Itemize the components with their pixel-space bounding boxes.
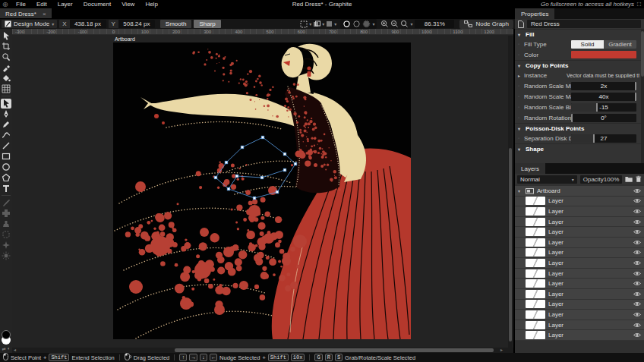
visibility-eye-icon[interactable] xyxy=(633,332,641,338)
section-copy-to-points[interactable]: ▾ Copy to Points xyxy=(515,60,644,70)
menu-item-edit[interactable]: Edit xyxy=(31,1,52,8)
pivot-options-icon[interactable] xyxy=(313,20,320,28)
parameter-expose-icon[interactable]: ◦ xyxy=(518,52,524,57)
tab-properties[interactable]: Properties xyxy=(515,8,554,19)
zoom-out-icon[interactable] xyxy=(390,20,399,28)
random-scale-bias-field[interactable]: -15 xyxy=(571,103,636,112)
layer-row[interactable]: Layer xyxy=(515,227,644,238)
visibility-eye-icon[interactable] xyxy=(633,219,641,225)
chevron-down-icon[interactable]: ▾ xyxy=(410,21,412,27)
random-rotation-field[interactable]: 0° xyxy=(571,114,636,122)
pen-tool[interactable] xyxy=(1,109,11,119)
relight-tool[interactable] xyxy=(1,251,11,261)
snap-swatch-icon[interactable] xyxy=(326,20,333,27)
menu-item-help[interactable]: Help xyxy=(140,1,163,8)
chevron-down-icon[interactable]: ▾ xyxy=(372,21,374,27)
reset-colors-icon[interactable]: ◐ xyxy=(8,346,11,351)
parameter-expose-icon[interactable]: ◦ xyxy=(518,42,524,46)
chevron-down-icon[interactable]: ▾ xyxy=(334,21,336,27)
zoom-in-icon[interactable] xyxy=(380,20,389,28)
blend-mode-dropdown[interactable]: Normal ▾ xyxy=(517,175,577,184)
random-scale-max-field[interactable]: 40x xyxy=(571,93,636,101)
document-tab[interactable]: Red Dress* × xyxy=(0,8,52,19)
tab-layers[interactable]: Layers xyxy=(515,163,545,174)
design-mode-dropdown[interactable]: Design Mode ▾ xyxy=(2,20,57,28)
fill-type-solid-button[interactable]: Solid xyxy=(571,40,604,49)
fill-color-swatch[interactable] xyxy=(571,51,636,58)
visibility-eye-icon[interactable] xyxy=(633,260,641,266)
visibility-eye-icon[interactable] xyxy=(633,198,641,203)
artboard[interactable] xyxy=(113,42,411,339)
layer-row[interactable]: Layer xyxy=(515,269,644,279)
y-coordinate-field[interactable]: Y 508.24 px xyxy=(109,20,155,28)
clone-tool[interactable] xyxy=(1,219,11,229)
zoom-reset-icon[interactable] xyxy=(400,20,409,28)
document-name-field[interactable]: Red Dress xyxy=(527,20,641,28)
parameter-expose-icon[interactable]: ◦ xyxy=(518,105,524,109)
parameter-expose-icon[interactable]: ◦ xyxy=(518,136,524,140)
visibility-eye-icon[interactable] xyxy=(633,209,641,214)
layer-row[interactable]: Layer xyxy=(515,206,644,217)
visibility-eye-icon[interactable] xyxy=(633,323,641,328)
properties-scrollbar[interactable] xyxy=(641,30,644,163)
chevron-right-icon[interactable]: ▸ xyxy=(518,73,524,78)
layer-row[interactable]: Layer xyxy=(515,330,644,341)
fill-type-gradient-button[interactable]: Gradient xyxy=(604,40,636,49)
visibility-eye-icon[interactable] xyxy=(633,250,641,255)
fullscreen-hint[interactable]: Go fullscreen to access all hotkeys ⛶ xyxy=(541,1,644,8)
scroll-right-icon[interactable]: ▸ xyxy=(500,348,503,353)
x-coordinate-field[interactable]: X 438.18 px xyxy=(59,20,106,28)
layer-row[interactable]: Layer xyxy=(515,310,644,320)
parameter-expose-icon[interactable]: ◦ xyxy=(518,94,524,99)
new-folder-icon[interactable] xyxy=(625,175,633,183)
scroll-left-icon[interactable]: ◂ xyxy=(14,348,16,353)
section-fill[interactable]: ▾ Fill xyxy=(515,29,644,39)
select-tool[interactable] xyxy=(1,31,11,41)
fill-tool[interactable] xyxy=(1,74,11,83)
text-tool[interactable] xyxy=(1,184,11,194)
smooth-button[interactable]: Smooth xyxy=(160,20,192,28)
gradient-tool[interactable] xyxy=(1,84,11,94)
horizontal-scrollbar[interactable]: ◂ ▸ xyxy=(12,348,513,353)
layer-row[interactable]: Layer xyxy=(515,197,644,207)
viewport[interactable]: -300-200-1000100200300400500600700800900… xyxy=(12,29,513,353)
eyedropper-tool[interactable] xyxy=(1,63,11,73)
visibility-eye-icon[interactable] xyxy=(633,229,641,235)
layer-row[interactable]: Layer xyxy=(515,258,644,269)
random-scale-min-field[interactable]: 2x xyxy=(571,82,636,90)
layer-row[interactable]: Layer xyxy=(515,320,644,331)
menu-item-view[interactable]: View xyxy=(116,1,140,8)
vertical-scrollbar-thumb[interactable] xyxy=(509,148,512,342)
sharp-button[interactable]: Sharp xyxy=(194,20,220,28)
path-tool[interactable] xyxy=(1,99,11,109)
expand-arrow-icon[interactable]: ▾ xyxy=(518,188,522,194)
layer-row-artboard[interactable]: ▾Artboard xyxy=(515,186,644,197)
artboard-label[interactable]: Artboard xyxy=(115,36,135,42)
visibility-eye-icon[interactable] xyxy=(633,301,641,307)
close-tab-icon[interactable]: × xyxy=(43,11,46,17)
artboard-tool[interactable] xyxy=(1,42,11,52)
navigate-tool[interactable] xyxy=(1,52,11,62)
visibility-eye-icon[interactable] xyxy=(633,281,641,286)
spline-tool[interactable] xyxy=(1,131,11,140)
zoom-level-field[interactable]: 86.31% xyxy=(415,20,454,28)
detail-tool[interactable] xyxy=(1,241,11,250)
visibility-eye-icon[interactable] xyxy=(633,271,641,276)
menu-item-layer[interactable]: Layer xyxy=(52,1,78,8)
menu-item-file[interactable]: File xyxy=(11,1,31,8)
section-shape[interactable]: ▾ Shape xyxy=(515,143,644,153)
overlay-dotted-icon[interactable] xyxy=(362,20,371,28)
vertical-scrollbar[interactable] xyxy=(508,36,513,348)
chevron-down-icon[interactable]: ▾ xyxy=(309,21,311,27)
parameter-expose-icon[interactable]: ◦ xyxy=(518,83,524,88)
section-poisson-disk-points[interactable]: ▾ Poisson-Disk Points xyxy=(515,123,644,133)
overlay-outline-icon[interactable] xyxy=(352,20,361,28)
freehand-tool[interactable] xyxy=(1,120,11,130)
horizontal-scrollbar-thumb[interactable] xyxy=(175,348,494,352)
delete-layer-icon[interactable] xyxy=(636,175,642,183)
swap-colors-icon[interactable]: ⇄ xyxy=(2,346,6,351)
overlay-solid-icon[interactable] xyxy=(343,20,351,28)
patch-tool[interactable] xyxy=(1,230,11,240)
opacity-field[interactable]: Opacity 100% xyxy=(580,175,623,184)
layer-row[interactable]: Layer xyxy=(515,279,644,289)
